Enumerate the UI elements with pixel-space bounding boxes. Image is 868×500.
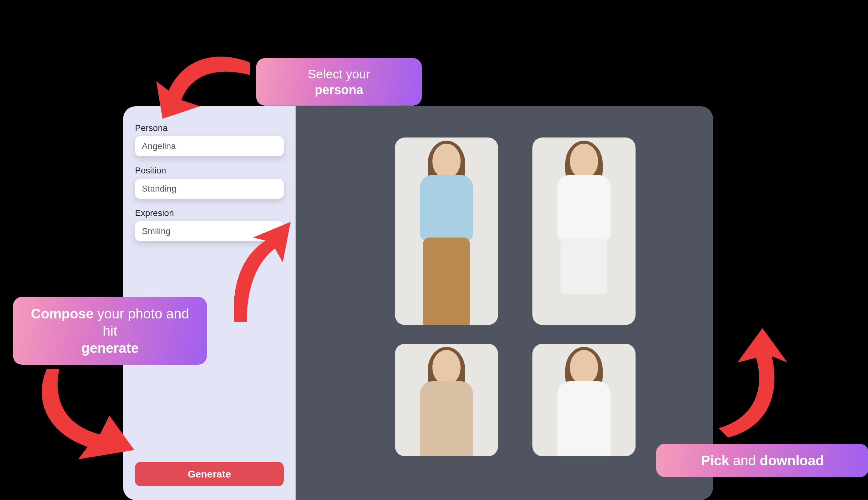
- callout-select-persona: Select your persona: [256, 58, 422, 106]
- result-thumbnail[interactable]: [395, 344, 498, 456]
- callout-pick-download: Pick and download: [656, 444, 868, 477]
- result-thumbnail[interactable]: [395, 137, 498, 325]
- callout-text: Select your: [308, 67, 370, 81]
- arrow-icon: [228, 219, 297, 325]
- callout-text-bold: Pick: [701, 453, 729, 468]
- expression-label: Expresion: [135, 208, 284, 218]
- callout-compose: Compose your photo and hit generate: [13, 297, 207, 365]
- app-window: Persona Position Expresion Generate: [123, 106, 713, 500]
- callout-text-bold: persona: [315, 83, 363, 96]
- gallery: [296, 106, 713, 500]
- arrow-icon: [147, 47, 253, 128]
- result-thumbnail[interactable]: [533, 344, 636, 456]
- callout-text: your photo and hit: [93, 306, 189, 339]
- persona-input[interactable]: [135, 136, 284, 156]
- callout-text-bold: Compose: [31, 306, 93, 321]
- callout-text: and: [729, 453, 760, 468]
- arrow-icon: [34, 366, 141, 459]
- result-thumbnail[interactable]: [533, 137, 636, 325]
- arrow-icon: [709, 328, 790, 441]
- position-label: Position: [135, 166, 284, 175]
- generate-button[interactable]: Generate: [135, 462, 284, 486]
- field-position: Position: [135, 166, 284, 199]
- callout-text-bold: download: [760, 453, 824, 468]
- callout-text-bold: generate: [81, 340, 138, 356]
- position-input[interactable]: [135, 179, 284, 199]
